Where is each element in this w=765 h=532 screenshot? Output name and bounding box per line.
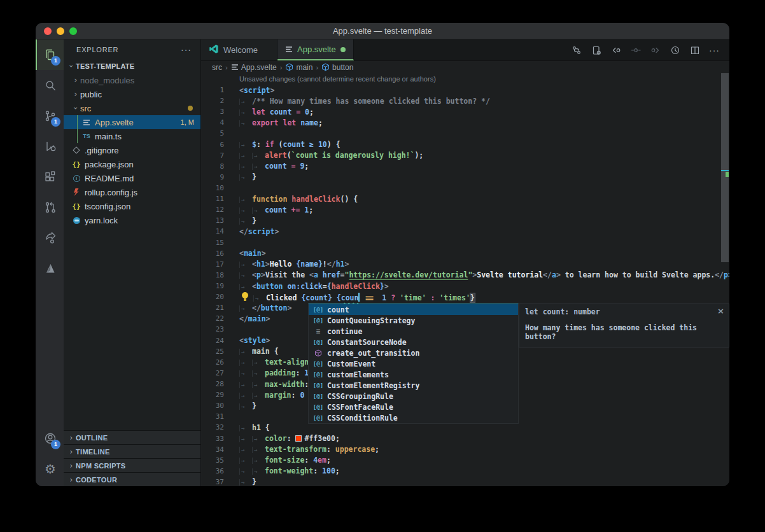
line-number[interactable]: 17	[201, 260, 239, 269]
line-number[interactable]: 25	[201, 347, 239, 356]
activity-item-extensions[interactable]	[36, 162, 64, 192]
line-number[interactable]: 32	[201, 423, 239, 431]
code-line[interactable]: 15	[201, 237, 720, 248]
activity-item-source-control[interactable]: 1	[36, 101, 64, 131]
suggest-item-cssgroupingrule[interactable]: [@]CSSGroupingRule	[309, 391, 518, 402]
breadcrumb-item-app-svelte[interactable]: App.svelte	[231, 63, 277, 72]
breadcrumb-item-src[interactable]: src	[212, 63, 222, 72]
line-number[interactable]: 19	[201, 282, 239, 290]
activity-item-accounts[interactable]: 1	[36, 423, 64, 454]
line-number[interactable]: 16	[201, 249, 239, 258]
suggest-item-customelementregistry[interactable]: [@]CustomElementRegistry	[309, 380, 518, 391]
code-line[interactable]: 14</script>	[201, 226, 720, 237]
line-number[interactable]: 23	[201, 325, 239, 333]
section-timeline[interactable]: ›TIMELINE	[64, 444, 200, 458]
sidebar-more-actions-button[interactable]: ···	[181, 46, 192, 53]
minimize-window-button[interactable]	[57, 27, 64, 35]
zoom-window-button[interactable]	[69, 27, 77, 35]
workspace-root-row[interactable]: › TEST-TEMPLATE	[64, 59, 200, 73]
section-npm-scripts[interactable]: ›NPM SCRIPTS	[64, 458, 200, 472]
line-number[interactable]: 22	[201, 314, 239, 323]
tree-row-main-ts[interactable]: TSmain.ts	[64, 129, 200, 143]
line-number[interactable]: 26	[201, 358, 239, 367]
code-line[interactable]: 36→→font-weight: 100;	[201, 466, 720, 477]
action-next-change[interactable]	[647, 42, 664, 59]
tree-row-node-modules[interactable]: ›node_modules	[64, 73, 200, 87]
suggest-item-count[interactable]: [@]count	[309, 304, 518, 315]
line-number[interactable]: 28	[201, 380, 239, 388]
line-number[interactable]: 9	[201, 173, 239, 181]
tree-row-rollup-config-js[interactable]: rollup.config.js	[64, 185, 200, 199]
activity-item-live-share[interactable]	[36, 223, 64, 253]
line-number[interactable]: 4	[201, 118, 239, 127]
line-number[interactable]: 15	[201, 239, 239, 247]
tab-welcome[interactable]: Welcome	[201, 39, 277, 60]
suggest-item-cssfontfacerule[interactable]: [@]CSSFontFaceRule	[309, 402, 518, 412]
code-line[interactable]: 3→let count = 0;	[201, 106, 720, 117]
close-window-button[interactable]	[44, 27, 52, 35]
code-line[interactable]: 34→→text-transform: uppercase;	[201, 444, 720, 455]
line-number[interactable]: 11	[201, 195, 239, 203]
suggest-item-continue[interactable]: ≡continue	[309, 326, 518, 337]
activity-item-settings[interactable]: ⚙	[36, 454, 64, 484]
suggest-item-customevent[interactable]: [@]CustomEvent	[309, 358, 518, 369]
code-line[interactable]: 10	[201, 183, 720, 193]
line-number[interactable]: 21	[201, 304, 239, 312]
line-number[interactable]: 34	[201, 445, 239, 454]
activity-item-search[interactable]	[36, 70, 64, 101]
action-previous-change[interactable]	[607, 42, 624, 59]
code-line[interactable]: 2→/** How many times has someone clicked…	[201, 95, 720, 106]
code-line[interactable]: 6→$: if (count ≥ 10) {	[201, 139, 720, 150]
line-number[interactable]: 14	[201, 227, 239, 235]
code-line[interactable]: 9→}	[201, 172, 720, 183]
code-line[interactable]: 4→export let name;	[201, 117, 720, 128]
tree-row-public[interactable]: ›public	[64, 87, 200, 101]
line-number[interactable]: 20	[201, 293, 239, 301]
code-line[interactable]: 7→→alert(`count is dangerously high!`);	[201, 150, 720, 161]
line-number[interactable]: 36	[201, 467, 239, 475]
code-line[interactable]: 20→Clicked {count} {coun ≡ 1 ? 'time' : …	[201, 291, 720, 302]
action-file-history[interactable]	[666, 42, 684, 59]
line-number[interactable]: 35	[201, 456, 239, 465]
suggest-item-constantsourcenode[interactable]: [@]ConstantSourceNode	[309, 337, 518, 347]
code-line[interactable]: 37→}	[201, 477, 720, 486]
activity-item-github-pull-requests[interactable]	[36, 192, 64, 223]
line-number[interactable]: 10	[201, 184, 239, 192]
line-number[interactable]: 12	[201, 206, 239, 214]
suggest-item-cssconditionrule[interactable]: [@]CSSConditionRule	[309, 412, 518, 423]
line-number[interactable]: 37	[201, 478, 239, 486]
line-number[interactable]: 24	[201, 337, 239, 345]
line-number[interactable]: 5	[201, 129, 239, 137]
code-line[interactable]: 35→→font-size: 4em;	[201, 455, 720, 466]
code-line[interactable]: 12→→count += 1;	[201, 204, 720, 215]
action-change-marker[interactable]	[627, 42, 644, 59]
action-split-editor[interactable]	[686, 42, 703, 59]
line-number[interactable]: 1	[201, 86, 239, 94]
breadcrumb-item-button[interactable]: button	[321, 63, 353, 72]
tree-row-readme-md[interactable]: iREADME.md	[64, 171, 200, 185]
tab-app-svelte[interactable]: App.svelte	[277, 39, 354, 60]
tree-row-src[interactable]: ›src	[64, 101, 200, 115]
code-line[interactable]: 18→<p>Visit the <a href="https://svelte.…	[201, 270, 720, 281]
suggest-item-create_out_transition[interactable]: create_out_transition	[309, 347, 518, 358]
code-line[interactable]: 8→→count = 9;	[201, 161, 720, 172]
line-number[interactable]: 18	[201, 271, 239, 279]
code-line[interactable]: 17→<h1>Hello {name}!</h1>	[201, 259, 720, 270]
line-number[interactable]: 29	[201, 391, 239, 399]
editor-scrollbar[interactable]	[720, 73, 729, 486]
code-editor[interactable]: Unsaved changes (cannot determine recent…	[201, 73, 729, 486]
activity-item-run-and-debug[interactable]	[36, 131, 64, 162]
suggest-item-customelements[interactable]: [@]customElements	[309, 369, 518, 380]
line-number[interactable]: 2	[201, 97, 239, 105]
line-number[interactable]: 7	[201, 151, 239, 160]
action-more-actions[interactable]: ···	[706, 42, 723, 59]
close-icon[interactable]: ×	[717, 306, 724, 316]
code-line[interactable]: 16<main>	[201, 248, 720, 259]
line-number[interactable]: 31	[201, 412, 239, 421]
line-number[interactable]: 8	[201, 162, 239, 171]
line-number[interactable]: 30	[201, 402, 239, 410]
code-line[interactable]: 19→<button on:click={handleClick}>	[201, 281, 720, 291]
breadcrumb-item-main[interactable]: main	[285, 63, 312, 72]
action-open-changes[interactable]	[587, 42, 605, 59]
code-line[interactable]: 5	[201, 128, 720, 139]
